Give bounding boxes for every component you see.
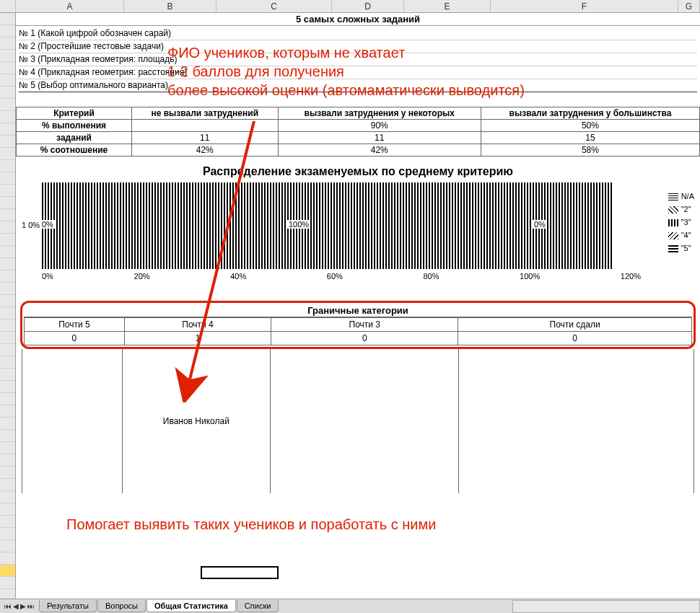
- criteria-table: Критерий не вызвали затруднений вызвали …: [16, 107, 700, 156]
- boundary-categories-box: Граничные категории Почти 5 Почти 4 Почт…: [20, 301, 696, 349]
- boundary-students: Иванов Николай: [22, 349, 694, 493]
- row-numbers: [0, 13, 16, 599]
- chart-x-axis: 0% 20% 40% 60% 80% 100% 120%: [42, 272, 641, 281]
- tab-last-icon: ⏭: [27, 602, 35, 610]
- student-name: Иванов Николай: [123, 349, 271, 493]
- annotation-top: ФИО учеников, которым не хватает 1-2 бал…: [167, 43, 525, 100]
- section-title: 5 самых сложных заданий: [16, 13, 700, 26]
- bar-label: 0%: [40, 220, 55, 229]
- tab-first-icon: ⏮: [4, 602, 12, 610]
- column-headers: A B C D E F G: [0, 0, 700, 13]
- tab-results[interactable]: Результаты: [39, 600, 97, 612]
- annotation-bottom: Помогает выявить таких учеников и порабо…: [66, 515, 436, 534]
- distribution-chart: 1 0% 0% 100% 0% 0% 20% 40% 60% 80% 100% …: [22, 182, 694, 298]
- worksheet[interactable]: 5 самых сложных заданий № 1 (Какой цифро…: [16, 13, 700, 599]
- chart-legend: N/A "2" "3" "4" "5": [668, 190, 694, 255]
- horizontal-scrollbar[interactable]: [512, 600, 700, 613]
- tab-prev-icon: ◀: [13, 602, 19, 610]
- tab-nav-buttons[interactable]: ⏮ ◀ ▶ ⏭: [0, 602, 39, 610]
- selected-cell[interactable]: [201, 566, 279, 579]
- bar-label: 0%: [533, 220, 547, 229]
- tab-questions[interactable]: Вопросы: [97, 600, 146, 612]
- task-item: № 1 (Какой цифрой обозначен сарай): [19, 27, 697, 40]
- tab-stats[interactable]: Общая Статистика: [146, 600, 236, 612]
- sheet-tabs-bar: ⏮ ◀ ▶ ⏭ Результаты Вопросы Общая Статист…: [0, 599, 700, 613]
- tab-lists[interactable]: Списки: [237, 600, 279, 612]
- chart-title: Распределение экзаменуемых по среднему к…: [16, 165, 700, 178]
- bar-label: 100%: [287, 220, 310, 229]
- tab-next-icon: ▶: [20, 602, 26, 610]
